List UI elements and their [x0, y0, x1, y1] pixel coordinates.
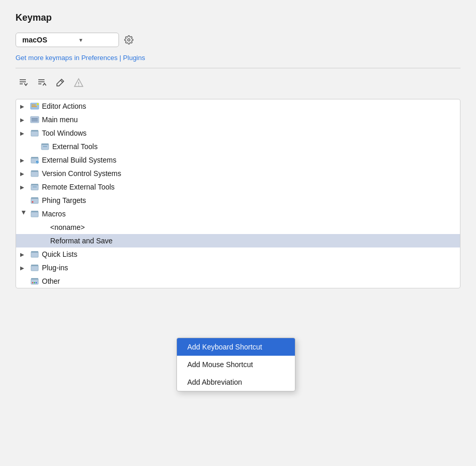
plugins-link-text: Get more keymaps in Preferences | Plugin…	[16, 54, 145, 62]
keymap-row: macOS ▼	[16, 33, 460, 47]
svg-rect-26	[31, 197, 38, 199]
label-version-control: Version Control Systems	[42, 169, 121, 178]
label-main-menu: Main menu	[42, 115, 78, 124]
dropdown-arrow-icon: ▼	[78, 37, 83, 43]
icon-phing	[29, 196, 40, 205]
svg-rect-16	[32, 120, 38, 120]
icon-version-control	[29, 169, 40, 178]
label-external-tools: External Tools	[52, 142, 98, 151]
svg-line-7	[61, 80, 63, 82]
arrow-macros: ▶	[21, 210, 27, 217]
icon-editor-actions	[29, 102, 40, 110]
collapse-all-icon	[36, 78, 47, 88]
context-menu: Add Keyboard Shortcut Add Mouse Shortcut…	[176, 338, 295, 391]
tree-item-editor-actions[interactable]: ▶ Editor Actions	[16, 99, 460, 113]
icon-tool-windows	[29, 129, 40, 137]
tree-item-reformat-save[interactable]: ▶ Reformat and Save	[16, 234, 460, 247]
divider	[16, 68, 460, 68]
label-add-keyboard: Add Keyboard Shortcut	[187, 343, 262, 351]
icon-plug-ins	[29, 264, 40, 272]
label-remote-external: Remote External Tools	[42, 183, 115, 191]
icon-external-tools	[40, 142, 50, 151]
svg-rect-24	[31, 184, 38, 185]
tree-item-main-menu[interactable]: ▶ Main menu	[16, 113, 460, 126]
label-editor-actions: Editor Actions	[42, 102, 86, 110]
tree-item-external-build[interactable]: ▶ External Build Systems	[16, 153, 460, 167]
svg-rect-11	[32, 105, 36, 106]
svg-rect-19	[41, 143, 49, 145]
tree-item-other[interactable]: ▶ Other	[16, 274, 460, 288]
tree-item-external-tools[interactable]: ▶ External Tools	[16, 140, 460, 153]
label-phing: Phing Targets	[42, 196, 86, 205]
tree-item-noname[interactable]: ▶ <noname>	[16, 221, 460, 234]
label-add-abbreviation: Add Abbreviation	[187, 378, 242, 386]
svg-rect-28	[31, 211, 38, 212]
label-tool-windows: Tool Windows	[42, 129, 86, 137]
arrow-remote-external: ▶	[20, 184, 27, 190]
icon-external-build	[29, 156, 40, 164]
icon-macros	[29, 210, 40, 218]
gear-icon	[124, 35, 133, 45]
tree-item-plug-ins[interactable]: ▶ Plug-ins	[16, 261, 460, 274]
expand-all-button[interactable]	[16, 77, 30, 92]
context-menu-item-mouse[interactable]: Add Mouse Shortcut	[177, 356, 295, 373]
arrow-tool-windows: ▶	[20, 130, 27, 136]
svg-point-13	[37, 103, 39, 105]
svg-rect-12	[32, 106, 37, 107]
label-reformat-save: Reformat and Save	[50, 237, 113, 245]
svg-rect-15	[32, 118, 38, 119]
svg-point-9	[78, 85, 79, 86]
plugins-link[interactable]: Get more keymaps in Preferences | Plugin…	[16, 54, 145, 62]
svg-rect-21	[31, 157, 38, 158]
label-noname: <noname>	[50, 223, 85, 231]
page-title: Keymap	[16, 12, 460, 23]
keymap-dropdown[interactable]: macOS ▼	[16, 33, 119, 47]
gear-button[interactable]	[124, 35, 133, 45]
arrow-quick-lists: ▶	[20, 252, 27, 257]
svg-point-32	[32, 282, 33, 283]
label-external-build: External Build Systems	[42, 156, 116, 164]
warning-button[interactable]	[71, 77, 86, 92]
collapse-all-button[interactable]	[34, 77, 49, 92]
toolbar	[16, 75, 460, 94]
arrow-version-control: ▶	[20, 171, 27, 177]
context-menu-item-abbreviation[interactable]: Add Abbreviation	[177, 373, 295, 391]
label-add-mouse: Add Mouse Shortcut	[187, 360, 253, 369]
arrow-external-build: ▶	[20, 157, 27, 163]
svg-rect-29	[31, 251, 38, 253]
label-other: Other	[42, 277, 60, 285]
label-macros: Macros	[42, 210, 66, 218]
tree-item-phing[interactable]: ▶ Phing Targets	[16, 194, 460, 207]
tree-item-tool-windows[interactable]: ▶ Tool Windows	[16, 126, 460, 140]
icon-quick-lists	[29, 250, 40, 258]
context-menu-item-keyboard[interactable]: Add Keyboard Shortcut	[177, 338, 295, 356]
svg-point-33	[34, 282, 35, 283]
keymap-panel: Keymap macOS ▼ Get more keymaps in Prefe…	[0, 0, 476, 301]
keymap-value: macOS	[22, 36, 47, 44]
tree-item-macros[interactable]: ▶ Macros	[16, 207, 460, 221]
edit-icon	[55, 78, 65, 88]
tree-item-remote-external[interactable]: ▶ Remote External Tools	[16, 180, 460, 194]
arrow-plug-ins: ▶	[20, 265, 27, 271]
svg-rect-30	[31, 265, 38, 266]
tree-item-version-control[interactable]: ▶ Version Control Systems	[16, 167, 460, 180]
tree-item-quick-lists[interactable]: ▶ Quick Lists	[16, 247, 460, 261]
expand-all-icon	[18, 78, 28, 88]
svg-rect-23	[31, 170, 38, 172]
svg-point-34	[36, 282, 37, 283]
svg-rect-17	[32, 121, 38, 121]
icon-noname	[38, 223, 48, 231]
icon-main-menu	[29, 115, 40, 124]
svg-point-27	[32, 201, 34, 203]
svg-rect-31	[31, 278, 38, 280]
label-quick-lists: Quick Lists	[42, 250, 77, 258]
tree-container: ▶ Editor Actions ▶ Main menu ▶ Tool Wind…	[16, 99, 460, 288]
svg-point-0	[128, 39, 130, 41]
arrow-main-menu: ▶	[20, 117, 27, 123]
svg-rect-18	[31, 130, 38, 132]
icon-remote-external	[29, 183, 40, 191]
icon-other	[29, 277, 40, 285]
label-plug-ins: Plug-ins	[42, 264, 68, 272]
edit-button[interactable]	[53, 77, 67, 92]
icon-reformat-save	[38, 237, 48, 245]
